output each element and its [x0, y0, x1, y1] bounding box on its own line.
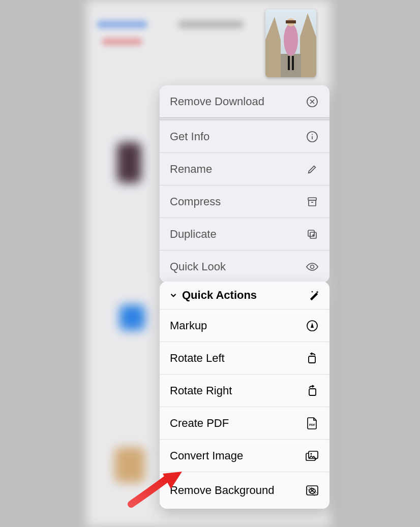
menu-item-label: Markup	[170, 319, 207, 332]
svg-point-11	[312, 134, 313, 135]
context-menu-primary: Remove Download Get Info Rename Compress…	[160, 85, 329, 283]
blurred-text	[97, 20, 147, 28]
svg-text:PDF: PDF	[309, 423, 315, 426]
photo-icon	[265, 9, 316, 77]
markup-icon	[305, 319, 319, 333]
remove-download-icon	[305, 95, 319, 109]
rotate-left-icon	[305, 351, 319, 365]
chevron-down-icon	[169, 291, 178, 300]
blurred-text	[102, 38, 142, 45]
create-pdf-item[interactable]: Create PDF PDF	[160, 407, 329, 439]
quick-actions-header[interactable]: Quick Actions	[160, 282, 329, 309]
quick-actions-menu: Quick Actions Markup Rotate Left Rotate …	[160, 282, 329, 509]
get-info-item[interactable]: Get Info	[160, 120, 329, 152]
pencil-icon	[305, 162, 319, 176]
blurred-thumb	[114, 447, 145, 483]
svg-rect-13	[309, 200, 316, 206]
archive-icon	[305, 195, 319, 209]
svg-rect-3	[281, 54, 301, 77]
quick-actions-label: Quick Actions	[182, 289, 257, 302]
info-icon	[305, 130, 319, 144]
duplicate-icon	[305, 227, 319, 241]
svg-rect-8	[292, 56, 294, 70]
remove-background-icon	[305, 483, 319, 498]
menu-item-label: Rotate Right	[170, 384, 232, 397]
selected-file-thumbnail[interactable]	[265, 9, 316, 77]
compress-item[interactable]: Compress	[160, 185, 329, 218]
menu-item-label: Rotate Left	[170, 352, 225, 365]
blurred-thumb	[117, 142, 141, 183]
svg-point-23	[311, 453, 312, 454]
svg-rect-19	[309, 389, 316, 395]
menu-item-label: Compress	[170, 195, 221, 208]
menu-item-label: Get Info	[170, 130, 209, 143]
blurred-text	[178, 20, 244, 28]
rotate-right-item[interactable]: Rotate Right	[160, 374, 329, 407]
menu-item-label: Remove Background	[170, 484, 274, 497]
menu-item-label: Convert Image	[170, 449, 243, 462]
svg-rect-6	[286, 20, 296, 23]
menu-item-label: Quick Look	[170, 260, 226, 273]
rename-item[interactable]: Rename	[160, 152, 329, 185]
rotate-left-item[interactable]: Rotate Left	[160, 342, 329, 374]
remove-background-item[interactable]: Remove Background	[160, 472, 329, 509]
svg-point-16	[311, 265, 314, 268]
pdf-icon: PDF	[305, 416, 319, 430]
eye-icon	[305, 260, 319, 274]
duplicate-item[interactable]: Duplicate	[160, 218, 329, 250]
convert-image-item[interactable]: Convert Image	[160, 439, 329, 472]
svg-rect-18	[309, 356, 315, 363]
markup-item[interactable]: Markup	[160, 309, 329, 342]
images-icon	[305, 449, 319, 463]
menu-item-label: Create PDF	[170, 417, 229, 430]
menu-item-label: Duplicate	[170, 228, 217, 241]
quick-look-item[interactable]: Quick Look	[160, 250, 329, 283]
remove-download-item[interactable]: Remove Download	[160, 85, 329, 117]
svg-point-4	[284, 23, 298, 56]
sparkle-wand-icon	[308, 289, 320, 301]
blurred-thumb	[119, 305, 145, 330]
menu-item-label: Rename	[170, 163, 212, 176]
menu-item-label: Remove Download	[170, 95, 264, 108]
svg-rect-7	[288, 56, 290, 70]
rotate-right-icon	[305, 384, 319, 398]
